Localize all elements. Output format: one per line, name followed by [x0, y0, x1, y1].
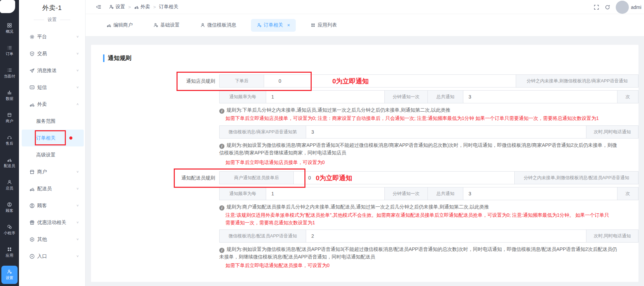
tab-order-related[interactable]: 订单相关× [251, 19, 296, 32]
scooter-icon [29, 102, 35, 107]
rail-item-label: 售后 [6, 141, 13, 146]
rail-item-overview[interactable]: 概况 [0, 17, 19, 40]
notification-rules-card: 通知规则 通知店员规则 下单后 分钟之内未接单,则微信模板消息/商家APP语音通… [91, 45, 638, 282]
rail-item-label: 顾客 [6, 208, 13, 213]
tab-wechat-template[interactable]: 微信模板消息 [194, 19, 242, 32]
rail-item-aftersale[interactable]: 售后 [0, 129, 19, 152]
person-icon [7, 180, 12, 185]
tab-app-list[interactable]: 应用列表 [305, 19, 343, 32]
sidebar-item-push[interactable]: 消息推送∨ [19, 62, 85, 79]
chevron-down-icon: ∨ [76, 85, 79, 89]
list-icon [7, 68, 12, 73]
chevron-down-icon: ∨ [76, 52, 79, 55]
addon-phone-suffix: 次时,同时电话通知 [586, 229, 638, 243]
staff-frequency-input[interactable] [266, 90, 385, 103]
sidebar-item-platform[interactable]: 平台∨ [19, 28, 85, 45]
chevron-down-icon: ∨ [76, 221, 79, 224]
tab-label: 基础设置 [160, 22, 180, 28]
store-icon [7, 112, 12, 118]
fullscreen-icon[interactable] [594, 4, 599, 10]
sidebar-item-courier[interactable]: 配送员∨ [19, 180, 85, 197]
breadcrumb-takeout[interactable]: 外卖 [134, 4, 150, 10]
sidebar-item-promotions[interactable]: 优惠活动相关∨ [19, 214, 85, 231]
rail-item-customers[interactable]: 顾客 [0, 196, 19, 219]
chevron-down-icon: ∨ [76, 35, 79, 38]
chevron-down-icon: ∨ [76, 170, 79, 173]
addon-frequency-prefix: 通知频率为每 [219, 90, 266, 103]
person-circle-icon [7, 202, 12, 207]
sidebar-item-service-range[interactable]: 服务范围 [19, 113, 85, 130]
rail-item-orders[interactable]: 订单 [0, 40, 19, 62]
staff-total-count-input[interactable] [463, 90, 617, 103]
sidebar-item-advanced[interactable]: 高级设置 [19, 146, 85, 163]
rail-item-miniapp[interactable]: 小程序 [0, 219, 19, 241]
addon-per-minutes: 分钟通知一次 [384, 90, 428, 103]
rail-item-merchants[interactable]: 商户 [0, 107, 19, 129]
label-notify-staff-rule: 通知店员规则 [91, 74, 215, 88]
scooter-icon [134, 4, 139, 9]
tab-label: 编辑商户 [113, 22, 133, 28]
sidebar-item-entry[interactable]: 入口∨ [19, 248, 85, 265]
collapse-sidebar-icon[interactable] [96, 4, 101, 10]
tab-edit-merchant[interactable]: 编辑商户 [101, 19, 139, 32]
scooter-icon [107, 23, 111, 28]
note-staff-rule: 如需下单后立即通知店员接单，可设置为0; 注意：商家设置了自动接单后，只会通知一… [225, 114, 611, 122]
notify-staff-minutes-input[interactable] [264, 74, 516, 88]
send-icon [29, 68, 35, 73]
sidebar-item-merchant[interactable]: 商户∨ [19, 163, 85, 180]
breadcrumb-settings[interactable]: 设置 [109, 4, 125, 10]
addon-total-notify: 总共通知 [427, 90, 463, 103]
chat-icon [29, 85, 35, 90]
courier-phone-threshold-input[interactable] [306, 229, 586, 243]
help-courier-rule: i规则为:商户通知配送员接单后几分钟之内未接单,通知配送员,通知过第一次之后几分… [219, 203, 618, 211]
courier-total-count-input[interactable] [463, 187, 617, 200]
rail-item-label: 设置 [6, 275, 13, 280]
scooter-icon [7, 157, 12, 162]
rail-item-data[interactable]: 数据 [0, 84, 19, 107]
close-icon[interactable]: × [287, 22, 290, 28]
sidebar-item-other[interactable]: 其他∨ [19, 231, 85, 248]
note-courier-phone: 如需下单后立即电话通知配送员接单，可设置为0 [225, 262, 611, 269]
sidebar-item-label: 平台 [37, 34, 47, 40]
sidebar-item-label: 订单相关 [36, 135, 56, 141]
chevron-down-icon: ∨ [76, 237, 79, 241]
refresh-icon[interactable] [605, 4, 610, 10]
row-staff-frequency: 通知频率为每 分钟通知一次 总共通知 次 [219, 90, 638, 103]
tab-basic-settings[interactable]: 基础设置 [148, 19, 185, 32]
rail-item-staff[interactable]: 店员 [0, 174, 19, 196]
sidebar-item-takeout[interactable]: 外卖∧ [19, 96, 85, 113]
unsaved-dot [69, 136, 72, 140]
bar-chart-icon [7, 90, 12, 95]
sidebar-item-trade[interactable]: 交易∨ [19, 45, 85, 62]
rail-item-settings[interactable]: 设置 [0, 264, 19, 286]
sidebar-item-sms[interactable]: 短信∨ [19, 79, 85, 96]
sidebar-item-label: 入口 [37, 253, 47, 259]
section-title: 通知规则 [103, 54, 131, 62]
avatar[interactable] [616, 1, 629, 14]
person-gear-icon [153, 23, 158, 28]
person-icon [200, 23, 205, 28]
label-notify-courier-rule: 通知配送员规则 [91, 171, 215, 184]
rail-item-facepay[interactable]: 当面付 [0, 62, 19, 84]
sidebar-item-order-related[interactable]: 订单相关 [22, 130, 84, 146]
top-bar: 设置 > 外卖 > 订单相关 admi [85, 0, 644, 14]
rail-item-label: 应用 [6, 253, 13, 258]
chevron-down-icon: ∨ [76, 69, 79, 72]
rail-item-label: 数据 [6, 96, 13, 101]
scooter-icon [29, 186, 35, 192]
sidebar-item-label: 短信 [37, 84, 47, 91]
sidebar-item-customer[interactable]: 顾客∨ [19, 197, 85, 214]
compass-icon [29, 254, 35, 259]
courier-frequency-input[interactable] [266, 187, 385, 200]
help-staff-phone-rule: i规则为:例如设置为微信模板消息/商家APP语音通知3(不能超过微信模板消息/商… [219, 141, 618, 156]
note-staff-phone: 如需下单后立即电话通知店员接单，可设置为0 [225, 159, 611, 166]
rail-item-apps[interactable]: 应用 [0, 241, 19, 264]
row-notify-courier: 商户通知配送员接单后 分钟之内未接单,则微信模板消息/配送员APP语音通知 [219, 171, 638, 184]
staff-phone-threshold-input[interactable] [306, 125, 586, 139]
row-notify-staff: 下单后 分钟之内未接单,则微信模板消息/商家APP语音通知 [219, 74, 638, 88]
wechat-icon [7, 224, 12, 229]
breadcrumb-order-related[interactable]: 订单相关 [159, 4, 178, 10]
addon-phone-suffix: 次时,同时电话通知 [586, 125, 638, 139]
sidebar-item-label: 交易 [37, 51, 47, 57]
rail-item-couriers[interactable]: 配送员 [0, 152, 19, 174]
